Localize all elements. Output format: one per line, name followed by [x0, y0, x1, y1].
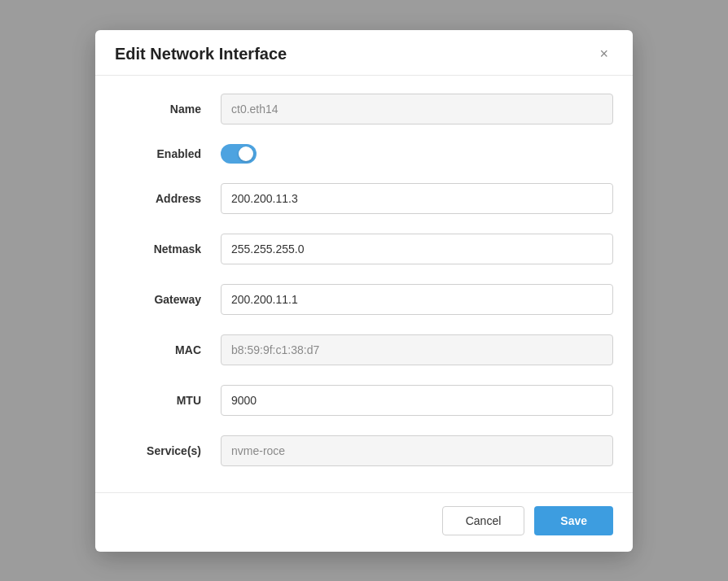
- gateway-row: Gateway: [115, 274, 613, 325]
- gateway-input[interactable]: [221, 284, 613, 315]
- mac-input: [221, 334, 613, 365]
- address-label: Address: [115, 192, 221, 205]
- netmask-row: Netmask: [115, 224, 613, 274]
- save-button[interactable]: Save: [534, 506, 613, 535]
- dialog-body: Name Enabled Address: [95, 76, 633, 492]
- netmask-input[interactable]: [221, 234, 613, 264]
- mtu-row: MTU: [115, 375, 613, 426]
- dialog-footer: Cancel Save: [95, 492, 633, 552]
- gateway-label: Gateway: [115, 293, 221, 306]
- address-input[interactable]: [221, 183, 613, 214]
- dialog-header: Edit Network Interface ×: [95, 30, 633, 76]
- netmask-label: Netmask: [115, 242, 221, 256]
- mac-row: MAC: [115, 325, 613, 375]
- address-row: Address: [115, 173, 613, 224]
- cancel-button[interactable]: Cancel: [442, 506, 525, 535]
- dialog-overlay: Edit Network Interface × Name Enabled: [0, 0, 728, 581]
- toggle-thumb: [239, 146, 253, 161]
- edit-network-interface-dialog: Edit Network Interface × Name Enabled: [95, 30, 633, 552]
- enabled-label: Enabled: [115, 147, 221, 160]
- services-input: [221, 435, 613, 466]
- mtu-label: MTU: [115, 394, 221, 407]
- close-button[interactable]: ×: [594, 45, 613, 63]
- name-row: Name: [115, 84, 613, 134]
- services-row: Service(s): [115, 426, 613, 476]
- mac-label: MAC: [115, 343, 221, 356]
- mtu-input[interactable]: [221, 385, 613, 416]
- services-label: Service(s): [115, 444, 221, 457]
- enabled-toggle-wrapper: [221, 144, 257, 164]
- enabled-toggle[interactable]: [221, 144, 257, 164]
- name-input: [221, 94, 613, 124]
- enabled-row: Enabled: [115, 134, 613, 173]
- name-label: Name: [115, 103, 221, 116]
- dialog-title: Edit Network Interface: [115, 45, 287, 63]
